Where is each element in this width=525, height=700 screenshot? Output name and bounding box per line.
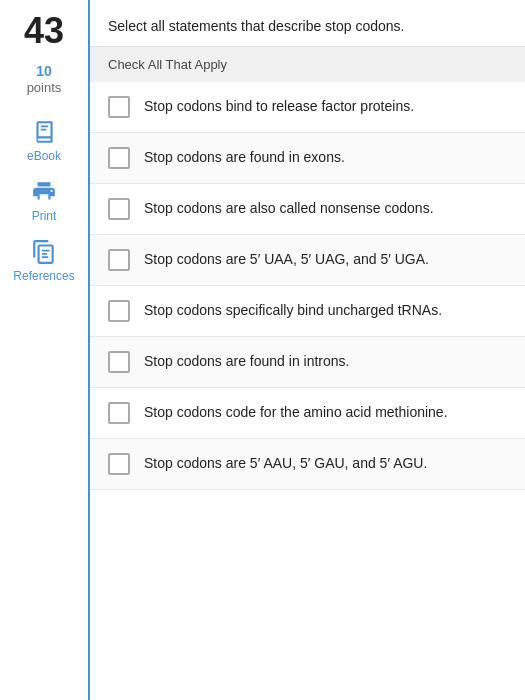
option-checkbox-2[interactable] (108, 147, 130, 169)
option-text-7: Stop codons code for the amino acid meth… (144, 403, 448, 423)
svg-rect-3 (42, 253, 47, 255)
check-all-header: Check All That Apply (90, 47, 525, 82)
option-text-8: Stop codons are 5′ AAU, 5′ GAU, and 5′ A… (144, 454, 427, 474)
option-text-3: Stop codons are also called nonsense cod… (144, 199, 434, 219)
sidebar-item-print[interactable]: Print (29, 177, 59, 223)
list-item: Stop codons are found in introns. (90, 337, 525, 388)
points-value: 10 (27, 62, 62, 80)
main-content: Select all statements that describe stop… (90, 0, 525, 700)
ebook-label: eBook (27, 149, 61, 163)
option-checkbox-8[interactable] (108, 453, 130, 475)
print-icon (29, 177, 59, 207)
sidebar: 43 10 points eBook Print (0, 0, 90, 700)
svg-rect-1 (41, 129, 46, 131)
ebook-icon (29, 117, 59, 147)
list-item: Stop codons code for the amino acid meth… (90, 388, 525, 439)
list-item: Stop codons bind to release factor prote… (90, 82, 525, 133)
list-item: Stop codons are also called nonsense cod… (90, 184, 525, 235)
points-label: points (27, 80, 62, 97)
list-item: Stop codons are found in exons. (90, 133, 525, 184)
svg-rect-4 (42, 256, 49, 258)
sidebar-item-ebook[interactable]: eBook (27, 117, 61, 163)
option-checkbox-3[interactable] (108, 198, 130, 220)
option-text-1: Stop codons bind to release factor prote… (144, 97, 414, 117)
question-prompt: Select all statements that describe stop… (90, 0, 525, 47)
svg-rect-0 (41, 126, 49, 128)
list-item: Stop codons are 5′ AAU, 5′ GAU, and 5′ A… (90, 439, 525, 490)
question-number: 43 (24, 10, 64, 52)
references-label: References (13, 269, 74, 283)
svg-rect-2 (42, 250, 50, 252)
print-label: Print (32, 209, 57, 223)
list-item: Stop codons specifically bind uncharged … (90, 286, 525, 337)
points-box: 10 points (27, 62, 62, 97)
prompt-text: Select all statements that describe stop… (108, 18, 405, 34)
check-all-label: Check All That Apply (108, 57, 227, 72)
sidebar-item-references[interactable]: References (13, 237, 74, 283)
options-list: Stop codons bind to release factor prote… (90, 82, 525, 700)
option-text-5: Stop codons specifically bind uncharged … (144, 301, 442, 321)
option-text-6: Stop codons are found in introns. (144, 352, 349, 372)
option-text-2: Stop codons are found in exons. (144, 148, 345, 168)
list-item: Stop codons are 5′ UAA, 5′ UAG, and 5′ U… (90, 235, 525, 286)
option-checkbox-1[interactable] (108, 96, 130, 118)
references-icon (29, 237, 59, 267)
option-checkbox-6[interactable] (108, 351, 130, 373)
option-checkbox-5[interactable] (108, 300, 130, 322)
option-checkbox-7[interactable] (108, 402, 130, 424)
option-text-4: Stop codons are 5′ UAA, 5′ UAG, and 5′ U… (144, 250, 429, 270)
option-checkbox-4[interactable] (108, 249, 130, 271)
